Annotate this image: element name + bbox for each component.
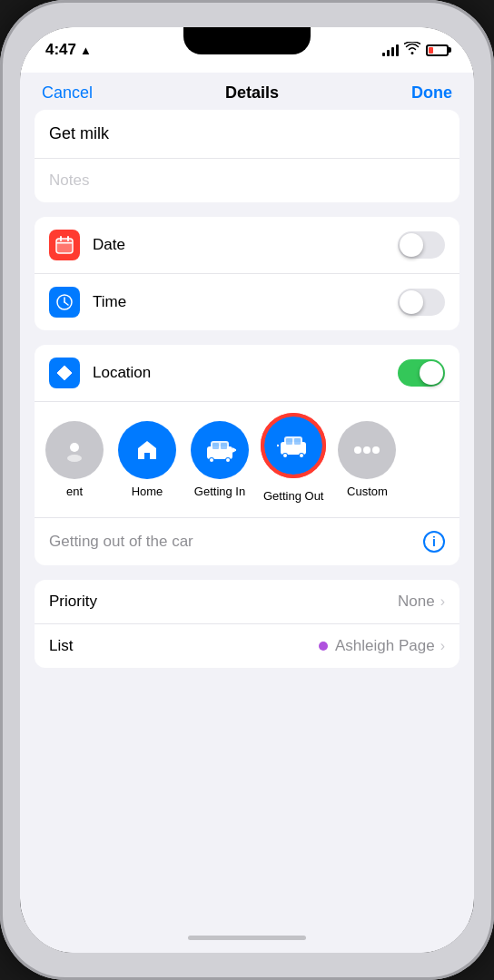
time-icon [49, 287, 80, 318]
current-location-label: ent [66, 485, 83, 498]
svg-rect-2 [56, 242, 73, 244]
priority-row[interactable]: Priority None › [35, 580, 459, 624]
home-location-circle [118, 421, 176, 479]
list-value: Ashleigh Page [335, 637, 435, 655]
notes-field[interactable]: Notes [35, 158, 459, 202]
location-label: Location [93, 364, 398, 382]
phone-frame: 4:47 ▲ [0, 0, 494, 980]
location-card: Location [35, 345, 459, 565]
priority-value: None [398, 593, 435, 611]
location-row: Location [35, 345, 459, 402]
svg-point-9 [67, 455, 82, 462]
location-icon [49, 358, 80, 388]
location-description-row: Getting out of the car i [35, 517, 459, 565]
time-toggle[interactable] [398, 289, 445, 316]
list-label: List [49, 637, 319, 655]
home-location-label: Home [132, 485, 163, 498]
screen: 4:47 ▲ [20, 27, 474, 953]
location-arrow-icon: ▲ [80, 44, 92, 57]
date-icon [49, 230, 80, 260]
location-option-custom[interactable]: Custom [338, 421, 396, 498]
current-location-circle [45, 421, 104, 479]
svg-rect-0 [56, 239, 73, 253]
location-toggle[interactable] [398, 359, 445, 387]
custom-circle [338, 421, 396, 479]
info-icon[interactable]: i [423, 531, 445, 553]
location-option-home[interactable]: Home [118, 421, 176, 498]
custom-label: Custom [347, 485, 388, 498]
phone-inner: 4:47 ▲ [20, 27, 474, 953]
svg-point-26 [354, 446, 361, 454]
priority-chevron: › [440, 593, 445, 610]
getting-out-label: Getting Out [263, 489, 323, 503]
svg-point-13 [210, 458, 213, 462]
cancel-button[interactable]: Cancel [42, 83, 93, 103]
location-option-getting-in[interactable]: Getting In [191, 421, 249, 498]
status-icons [382, 42, 449, 58]
svg-point-8 [70, 443, 79, 452]
status-time: 4:47 [45, 41, 76, 59]
task-title-field[interactable]: Get milk [35, 110, 459, 158]
date-time-card: Date Time [35, 217, 459, 330]
svg-point-15 [226, 458, 230, 462]
wifi-icon [404, 42, 420, 58]
done-button[interactable]: Done [411, 83, 452, 103]
getting-in-circle [191, 421, 249, 479]
date-label: Date [93, 236, 398, 254]
svg-point-28 [372, 446, 380, 454]
notch [183, 27, 311, 54]
home-indicator [20, 922, 474, 953]
date-row: Date [35, 217, 459, 274]
svg-rect-17 [221, 443, 227, 449]
priority-label: Priority [49, 593, 398, 611]
selection-ring [261, 413, 326, 478]
time-row: Time [35, 274, 459, 330]
location-description: Getting out of the car [49, 533, 423, 551]
svg-point-27 [363, 446, 370, 454]
location-option-getting-out[interactable]: Getting Out [263, 416, 323, 503]
list-color-dot [319, 642, 328, 651]
signal-icon [382, 44, 399, 56]
page-title: Details [225, 83, 279, 103]
list-chevron: › [440, 638, 445, 654]
location-options-scroll[interactable]: ent Home [35, 402, 459, 517]
content-area: Get milk Notes [20, 110, 474, 922]
date-toggle[interactable] [398, 231, 445, 259]
nav-bar: Cancel Details Done [20, 73, 474, 110]
home-bar [188, 936, 306, 940]
battery-icon [426, 44, 449, 56]
time-label: Time [93, 293, 398, 311]
location-option-current[interactable]: ent [45, 421, 104, 498]
svg-line-7 [64, 302, 68, 305]
list-row[interactable]: List Ashleigh Page › [35, 624, 459, 668]
task-card: Get milk Notes [35, 110, 459, 202]
priority-list-card: Priority None › List Ashleigh Page › [35, 580, 459, 668]
svg-rect-16 [212, 443, 219, 449]
getting-in-label: Getting In [194, 485, 245, 498]
